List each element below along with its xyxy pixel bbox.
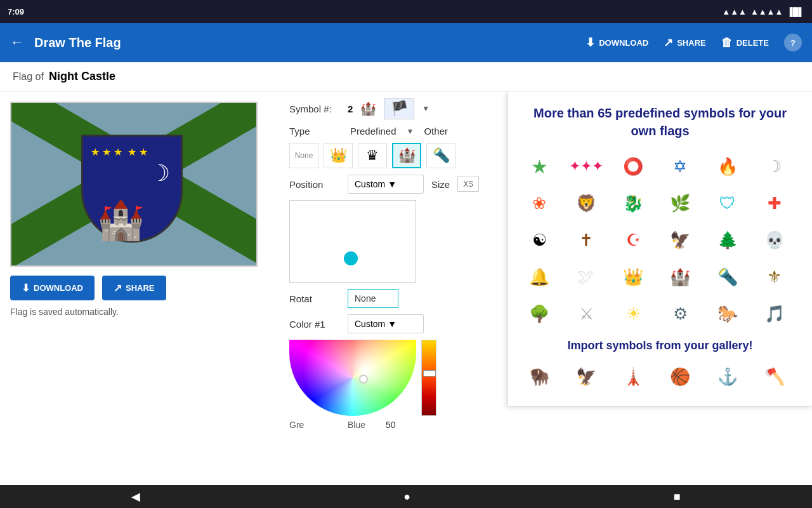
size-value[interactable]: XS — [457, 177, 479, 192]
nav-home-button[interactable]: ● — [403, 490, 410, 504]
sym-yin-yang[interactable]: ☯ — [521, 224, 558, 257]
blue-row: Gre Blue 50 — [289, 420, 802, 430]
sym-castle[interactable]: 🏰 — [392, 143, 421, 168]
castle-symbol: 🏰 — [97, 197, 145, 243]
star-5: ★ — [139, 146, 148, 158]
sym-tree[interactable]: 🌲 — [709, 224, 746, 257]
sym-torch[interactable]: 🔦 — [709, 260, 746, 293]
sym-stars-pink[interactable]: ✦✦✦ — [568, 150, 605, 183]
type-dropdown-arrow[interactable]: ▼ — [407, 127, 414, 136]
app-title: Draw The Flag — [34, 36, 575, 50]
sym-lion2[interactable]: 🐉 — [615, 187, 652, 220]
sym-sword[interactable]: ⚔ — [568, 297, 605, 330]
sym-wreath[interactable]: 🌿 — [662, 187, 698, 220]
import-basketball[interactable]: 🏀 — [662, 360, 698, 393]
time-display: 7:09 — [8, 7, 24, 17]
symbol-flag-preview: 🏴 — [384, 98, 414, 119]
flag-emoji: 🏴 — [391, 100, 408, 117]
share-btn-icon: ↗ — [114, 282, 122, 294]
moon-symbol: ☽ — [150, 160, 170, 187]
type-predefined-option[interactable]: Predefined — [350, 126, 396, 137]
color-picker-handle — [359, 375, 368, 384]
sym-star-outline[interactable]: ✡ — [662, 150, 698, 183]
sym-flower[interactable]: ❀ — [521, 187, 558, 220]
sym-lion[interactable]: 🦁 — [568, 187, 605, 220]
toolbar-actions: ⬇ DOWNLOAD ↗ SHARE 🗑 DELETE ? — [586, 34, 802, 51]
sym-fire[interactable]: 🔥 — [709, 150, 746, 183]
color-brightness-slider[interactable] — [421, 340, 436, 416]
delete-button[interactable]: 🗑 DELETE — [721, 36, 769, 50]
sym-harp[interactable]: 🎵 — [756, 297, 793, 330]
import-eagle[interactable]: 🦅 — [568, 360, 605, 393]
star-2: ★ — [102, 146, 111, 158]
sym-star-green[interactable]: ★ — [521, 150, 558, 183]
star-4: ★ — [128, 146, 136, 158]
rotation-input[interactable]: None — [348, 289, 398, 308]
position-value: Custom — [355, 179, 385, 189]
import-walrus[interactable]: 🦬 — [521, 360, 558, 393]
sym-eagle[interactable]: 🦅 — [662, 224, 698, 257]
download-icon: ⬇ — [586, 36, 595, 50]
green-label: Gre — [289, 420, 315, 430]
action-buttons: ⬇ DOWNLOAD ↗ SHARE — [10, 276, 269, 300]
none-label: None — [295, 151, 313, 160]
bottom-nav: ◀ ● ■ — [0, 485, 812, 508]
sym-crown2[interactable]: ♛ — [358, 143, 387, 168]
share-flag-button[interactable]: ↗ SHARE — [102, 276, 166, 300]
symbol-number: 2 — [348, 104, 353, 114]
sym-dove[interactable]: 🕊 — [568, 260, 605, 293]
nav-back-button[interactable]: ◀ — [131, 490, 140, 504]
status-bar: 7:09 ▲▲▲ ▲▲▲▲ ▐█▌ — [0, 0, 812, 23]
sym-cross[interactable]: ✚ — [756, 187, 793, 220]
sym-castle2[interactable]: 🏰 — [662, 260, 698, 293]
position-dropdown[interactable]: Custom ▼ — [348, 175, 424, 194]
nav-recent-button[interactable]: ■ — [674, 490, 681, 504]
sym-tree2[interactable]: 🌳 — [521, 297, 558, 330]
rotation-value: None — [355, 293, 376, 304]
import-anchor[interactable]: ⚓ — [709, 360, 746, 393]
sym-torch[interactable]: 🔦 — [426, 143, 455, 168]
download-button[interactable]: ⬇ DOWNLOAD — [586, 36, 648, 50]
color-value: Custom — [355, 319, 385, 329]
sym-wheel[interactable]: ⚙ — [662, 297, 698, 330]
star-3: ★ — [114, 146, 122, 158]
battery-icon: ▐█▌ — [787, 7, 804, 17]
sym-cross2[interactable]: ✝ — [568, 224, 605, 257]
position-dot — [344, 251, 358, 265]
shield: ★ ★ ★ ★ ★ ☽ 🏰 — [81, 135, 183, 249]
wifi-icon: ▲▲▲ — [722, 7, 747, 17]
sym-bell[interactable]: 🔔 — [521, 260, 558, 293]
color-wheel[interactable] — [289, 340, 416, 416]
sym-crown3[interactable]: 👑 — [615, 260, 652, 293]
sym-circle-stars[interactable]: ⭕ — [615, 150, 652, 183]
sym-shield2[interactable]: 🛡 — [709, 187, 746, 220]
sym-moon[interactable]: ☽ — [756, 150, 793, 183]
position-canvas[interactable] — [289, 200, 416, 283]
symbol-dropdown-arrow[interactable]: ▼ — [422, 104, 429, 113]
sym-skull[interactable]: 💀 — [756, 224, 793, 257]
import-grid: 🦬 🦅 🗼 🏀 ⚓ 🪓 — [521, 360, 799, 393]
symbols-grid: ★ ✦✦✦ ⭕ ✡ 🔥 ☽ ❀ 🦁 🐉 🌿 🛡 ✚ ☯ ✝ ☪ — [521, 150, 799, 330]
sym-sun[interactable]: ☀ — [615, 297, 652, 330]
sym-crown1[interactable]: 👑 — [324, 143, 353, 168]
sym-horse[interactable]: 🐎 — [709, 297, 746, 330]
sym-fleur[interactable]: ⚜ — [756, 260, 793, 293]
import-tower[interactable]: 🗼 — [615, 360, 652, 393]
color-dropdown-arrow: ▼ — [388, 319, 396, 329]
back-button[interactable]: ← — [10, 34, 24, 51]
castle-icon: 🏰 — [360, 101, 376, 116]
download-btn-label: DOWNLOAD — [34, 283, 83, 293]
import-axe[interactable]: 🪓 — [756, 360, 793, 393]
color-label: Color #1 — [289, 319, 340, 330]
sym-crescent[interactable]: ☪ — [615, 224, 652, 257]
slider-handle — [423, 370, 436, 377]
sym-none[interactable]: None — [289, 143, 318, 168]
type-other-option[interactable]: Other — [424, 126, 448, 137]
color-dropdown[interactable]: Custom ▼ — [348, 314, 424, 333]
flag-name: Night Castle — [49, 70, 115, 83]
download-btn-icon: ⬇ — [22, 282, 30, 294]
help-button[interactable]: ? — [784, 34, 802, 51]
download-flag-button[interactable]: ⬇ DOWNLOAD — [10, 276, 95, 300]
castle-icon: 🏰 — [398, 147, 416, 164]
share-button[interactable]: ↗ SHARE — [664, 36, 706, 50]
